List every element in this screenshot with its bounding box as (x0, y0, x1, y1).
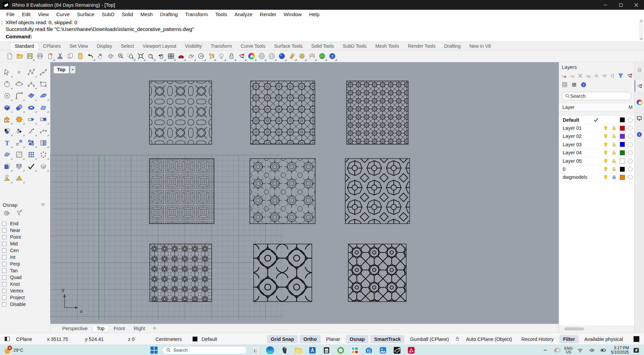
layer-name[interactable]: Layer 03 (559, 142, 591, 147)
coord-z[interactable]: z 0 (128, 333, 134, 345)
pyramid-tool[interactable] (13, 172, 25, 184)
hatch-tool[interactable] (13, 149, 25, 160)
viewport-layout-icon[interactable] (166, 51, 176, 61)
pattern-tile-woven-key-maze[interactable] (149, 158, 214, 224)
panel-drag-handle[interactable]: ●● (1, 21, 3, 25)
toolbar-tab-select[interactable]: Select (117, 42, 138, 50)
toggle-smarttrack[interactable]: SmartTrack (371, 335, 404, 343)
osnap-filter-tab[interactable] (15, 209, 23, 218)
blend-curve-tool[interactable] (25, 125, 37, 137)
layer-color-swatch[interactable] (618, 117, 627, 122)
shaded-sphere-icon[interactable] (257, 51, 267, 61)
point-tool[interactable] (13, 66, 25, 78)
minimize-button[interactable] (598, 0, 613, 10)
layer-material-circle[interactable] (626, 118, 634, 122)
dimension-icon[interactable] (307, 51, 317, 61)
help-icon[interactable]: ? (327, 51, 337, 61)
toolbar-tab-cplanes[interactable]: CPlanes (39, 42, 65, 50)
layers-column-header[interactable]: Layer M (559, 103, 634, 111)
menu-edit[interactable]: Edit (18, 11, 34, 17)
new-file-icon[interactable] (5, 51, 15, 61)
pattern-tile-eight-point-star-lattice[interactable] (250, 81, 315, 145)
interpolate-curve-tool[interactable] (37, 66, 49, 78)
layer-name[interactable]: dwgmodels (559, 174, 591, 180)
select-pointer-tool[interactable] (1, 66, 13, 78)
menu-curve[interactable]: Curve (52, 11, 73, 17)
battery-icon[interactable] (599, 346, 608, 355)
surface-plane-tool[interactable] (37, 102, 49, 113)
top-viewport[interactable]: Top y x (50, 62, 559, 324)
menu-window[interactable]: Window (280, 11, 305, 17)
pattern-tile-bold-knotwork[interactable] (253, 244, 312, 302)
duplicate-layer-icon[interactable] (585, 73, 592, 80)
array-tool[interactable] (25, 137, 37, 149)
toolbar-tab-subd-tools[interactable]: SubD Tools (338, 42, 371, 50)
toolbar-tab-set-view[interactable]: Set View (65, 42, 92, 50)
toggle-gumball--cplane-[interactable]: Gumball (CPlane) (406, 335, 453, 343)
layer-row-layer-05[interactable]: Layer 05 (559, 157, 634, 165)
undo-icon[interactable] (85, 51, 95, 61)
layer-name[interactable]: 0 (559, 166, 591, 172)
open-file-icon[interactable] (15, 51, 25, 61)
side-tab-display-mode-icon[interactable] (635, 80, 644, 92)
split-tool[interactable] (37, 113, 49, 125)
pattern-tile-dense-star-lattice[interactable] (346, 81, 409, 145)
units-button[interactable]: Centimeters (156, 333, 182, 345)
liquid-pour-tool[interactable] (1, 172, 13, 184)
toggle-ortho[interactable]: Ortho (300, 335, 320, 343)
check-selection-tool[interactable] (25, 160, 37, 172)
edge-browser-taskbar-icon[interactable] (266, 346, 274, 355)
autocad-taskbar-icon[interactable] (308, 346, 317, 355)
onedrive-icon[interactable] (553, 346, 561, 355)
zoom-window-icon[interactable] (126, 51, 136, 61)
display-mode-icon[interactable] (237, 51, 247, 61)
tray-chevron-icon[interactable] (541, 346, 550, 355)
new-layer-icon[interactable] (561, 73, 567, 80)
toggle-available-physical[interactable]: Available physical (581, 335, 627, 343)
pattern-tile-rosette-star[interactable] (250, 158, 315, 224)
pattern-tile-fine-star-mesh[interactable] (149, 244, 212, 302)
viewport-tab-top[interactable]: Top (92, 325, 109, 332)
box-tool[interactable] (1, 102, 13, 113)
osnap-checkbox-near[interactable] (2, 228, 6, 233)
layer-material-circle[interactable] (626, 150, 634, 155)
layer-row-layer-02[interactable]: Layer 02 (559, 132, 634, 141)
move-up-icon[interactable] (593, 73, 600, 80)
point-cloud-tool[interactable] (13, 125, 25, 137)
menu-transform[interactable]: Transform (181, 11, 212, 17)
menu-render[interactable]: Render (256, 11, 280, 17)
viewport-indicator-icon[interactable] (4, 333, 10, 345)
osnap-checkbox-knot[interactable] (2, 282, 6, 286)
layer-lock-icon[interactable] (610, 158, 618, 164)
erase-icon[interactable] (45, 51, 55, 61)
current-layer-check-icon[interactable] (591, 117, 601, 123)
layer-color-swatch[interactable] (618, 175, 627, 180)
layer-name[interactable]: Layer 05 (559, 158, 591, 164)
circle-tool[interactable] (1, 78, 13, 90)
menu-mesh[interactable]: Mesh (137, 11, 157, 17)
viewport-title-label[interactable]: Top (53, 66, 69, 74)
layer-row-0[interactable]: 0 (559, 165, 634, 173)
menu-tools[interactable]: Tools (212, 11, 231, 17)
viewport-tab-perspective[interactable]: Perspective (58, 325, 92, 332)
side-tab-monitor-icon[interactable] (635, 113, 644, 124)
layer-visibility-bulb-icon[interactable] (601, 125, 610, 131)
layer-row-default[interactable]: Default (559, 116, 634, 124)
undo-view-icon[interactable] (156, 51, 166, 61)
osnap-checkbox-tan[interactable] (2, 269, 6, 273)
display-mode-icon[interactable] (627, 73, 633, 80)
status-padlock-icon[interactable] (455, 336, 460, 343)
menu-surface[interactable]: Surface (73, 11, 98, 17)
render-earth-icon[interactable] (317, 51, 327, 61)
spotlight-icon[interactable] (287, 51, 297, 61)
layer-lock-icon[interactable] (610, 174, 618, 180)
pattern-tile-bold-octagon-cross[interactable] (345, 158, 410, 224)
block-tool[interactable] (37, 160, 49, 172)
layer-material-circle[interactable] (626, 167, 634, 171)
status-corner-icon[interactable] (634, 336, 639, 342)
toolbar-tab-curve-tools[interactable]: Curve Tools (236, 42, 270, 50)
save-file-icon[interactable] (25, 51, 35, 61)
layer-material-circle[interactable] (626, 159, 634, 163)
obsidian-taskbar-icon[interactable] (280, 346, 289, 355)
qgis-taskbar-icon[interactable] (336, 346, 345, 355)
